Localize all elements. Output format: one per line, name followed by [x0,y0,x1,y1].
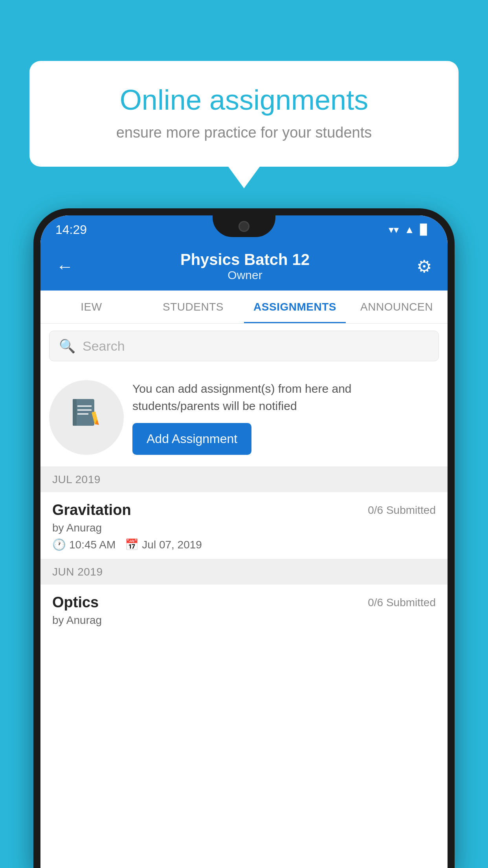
clock-icon: 🕐 [52,538,66,551]
assignment-submitted-optics: 0/6 Submitted [368,596,436,609]
promo-icon-circle [49,380,124,455]
signal-icon: ▲ [404,224,415,236]
header-subtitle: Owner [180,268,310,282]
phone-screen: 14:29 ▾▾ ▲ ▉ ← Physics Batch 12 Owner ⚙ … [40,215,448,868]
assignment-name: Gravitation [52,502,131,519]
tab-iew[interactable]: IEW [40,291,142,323]
assignment-row: Gravitation 0/6 Submitted [52,502,436,519]
promo-content: You can add assignment(s) from here and … [132,380,439,455]
assignment-meta: 🕐 10:45 AM 📅 Jul 07, 2019 [52,538,436,551]
wifi-icon: ▾▾ [389,224,399,236]
svg-rect-1 [73,399,77,426]
assignment-name-optics: Optics [52,594,99,611]
search-placeholder: Search [83,338,125,354]
header-center: Physics Batch 12 Owner [180,251,310,282]
bubble-title: Online assignments [57,85,431,116]
promo-icon [69,396,104,440]
assignment-row-optics: Optics 0/6 Submitted [52,594,436,611]
assignment-time: 🕐 10:45 AM [52,538,116,551]
search-icon: 🔍 [59,338,75,354]
header-title: Physics Batch 12 [180,251,310,268]
promo-description: You can add assignment(s) from here and … [132,380,439,414]
month-separator-jun: JUN 2019 [40,559,448,585]
bubble-arrow [228,167,260,188]
status-time: 14:29 [55,223,87,237]
assignment-date: 📅 Jul 07, 2019 [125,538,202,551]
assignment-by: by Anurag [52,522,436,534]
tab-students[interactable]: STUDENTS [142,291,244,323]
tab-assignments[interactable]: ASSIGNMENTS [244,291,346,323]
phone-frame: 14:29 ▾▾ ▲ ▉ ← Physics Batch 12 Owner ⚙ … [33,208,455,868]
assignment-item-optics[interactable]: Optics 0/6 Submitted by Anurag [40,585,448,634]
bubble-subtitle: ensure more practice for your students [57,124,431,141]
add-assignment-button[interactable]: Add Assignment [132,423,251,455]
back-button[interactable]: ← [56,257,73,276]
search-bar[interactable]: 🔍 Search [49,331,439,361]
speech-bubble-section: Online assignments ensure more practice … [29,61,459,188]
assignment-item-gravitation[interactable]: Gravitation 0/6 Submitted by Anurag 🕐 10… [40,492,448,559]
search-container: 🔍 Search [40,324,448,368]
promo-section: You can add assignment(s) from here and … [40,368,448,467]
tab-announcements[interactable]: ANNOUNCEN [346,291,448,323]
settings-icon[interactable]: ⚙ [416,256,432,276]
phone-notch [213,215,275,237]
assignment-by-optics: by Anurag [52,614,436,627]
speech-bubble-card: Online assignments ensure more practice … [29,61,459,167]
camera [238,221,250,232]
app-header: ← Physics Batch 12 Owner ⚙ [40,244,448,291]
calendar-icon: 📅 [125,538,139,551]
battery-icon: ▉ [420,224,428,236]
month-separator-jul: JUL 2019 [40,467,448,492]
assignment-submitted: 0/6 Submitted [368,504,436,517]
status-icons: ▾▾ ▲ ▉ [389,224,428,236]
tabs-container: IEW STUDENTS ASSIGNMENTS ANNOUNCEN [40,291,448,324]
